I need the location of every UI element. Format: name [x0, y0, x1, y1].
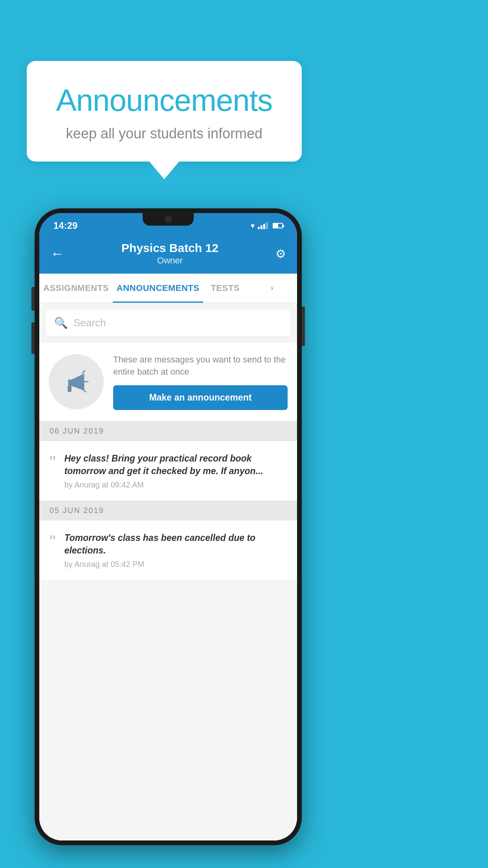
search-bar[interactable]: 🔍 Search: [46, 309, 291, 337]
announcement-meta-2: by Anurag at 05:42 PM: [64, 560, 287, 569]
status-time: 14:29: [53, 220, 77, 231]
wifi-icon: ▾: [251, 221, 255, 230]
announcement-item-2[interactable]: " Tomorrow's class has been cancelled du…: [39, 520, 297, 580]
quote-icon-1: ": [50, 454, 56, 471]
date-separator-1: 06 JUN 2019: [39, 421, 297, 441]
signal-bars: [258, 222, 268, 229]
svg-rect-3: [68, 386, 72, 392]
search-placeholder: Search: [73, 317, 106, 329]
phone-power-button: [302, 307, 305, 346]
app-header: ← Physics Batch 12 Owner ⚙: [39, 236, 297, 274]
announcement-item-1[interactable]: " Hey class! Bring your practical record…: [39, 441, 297, 500]
promo-content: These are messages you want to send to t…: [113, 354, 288, 410]
phone-volume-up-button: [31, 287, 35, 311]
speech-bubble-card: Announcements keep all your students inf…: [27, 61, 302, 179]
signal-bar-1: [258, 227, 260, 229]
phone-screen: 14:29 ▾: [39, 213, 297, 840]
announcement-icon-circle: [49, 354, 104, 409]
date-separator-2: 05 JUN 2019: [39, 500, 297, 520]
speech-bubble: Announcements keep all your students inf…: [27, 61, 302, 162]
tab-announcements[interactable]: ANNOUNCEMENTS: [113, 274, 204, 303]
tab-tests[interactable]: TESTS: [203, 274, 247, 303]
signal-bar-4: [266, 222, 268, 229]
announcement-content-2: Tomorrow's class has been cancelled due …: [64, 531, 287, 569]
make-announcement-button[interactable]: Make an announcement: [113, 385, 288, 410]
phone-camera: [165, 216, 172, 223]
tab-more[interactable]: ›: [247, 274, 297, 303]
phone-notch: [143, 213, 194, 226]
settings-button[interactable]: ⚙: [275, 247, 286, 261]
svg-line-2: [83, 390, 86, 392]
announcement-text-1: Hey class! Bring your practical record b…: [64, 452, 287, 477]
batch-subtitle: Owner: [121, 256, 218, 266]
search-icon: 🔍: [54, 316, 68, 329]
status-icons: ▾: [251, 221, 283, 230]
speech-bubble-subtitle: keep all your students informed: [50, 125, 278, 142]
promo-card: These are messages you want to send to t…: [39, 343, 297, 421]
announcement-meta-1: by Anurag at 09:42 AM: [64, 480, 287, 489]
signal-bar-3: [263, 224, 265, 229]
phone-mockup: 14:29 ▾: [35, 208, 302, 845]
content-area: 🔍 Search: [39, 303, 297, 840]
batch-title: Physics Batch 12: [121, 241, 218, 255]
tab-assignments[interactable]: ASSIGNMENTS: [39, 274, 113, 303]
phone-volume-down-button: [31, 322, 35, 354]
signal-bar-2: [261, 225, 262, 229]
phone-outer: 14:29 ▾: [35, 208, 302, 845]
battery-icon: [273, 223, 283, 228]
announcement-text-2: Tomorrow's class has been cancelled due …: [64, 531, 287, 557]
battery-fill: [273, 224, 278, 228]
tabs-container: ASSIGNMENTS ANNOUNCEMENTS TESTS ›: [39, 274, 297, 303]
megaphone-icon: [61, 366, 92, 397]
announcement-content-1: Hey class! Bring your practical record b…: [64, 452, 287, 489]
header-title-container: Physics Batch 12 Owner: [121, 241, 218, 266]
speech-bubble-arrow: [149, 162, 179, 179]
speech-bubble-title: Announcements: [50, 83, 278, 118]
svg-line-0: [83, 371, 85, 373]
promo-description: These are messages you want to send to t…: [113, 354, 288, 378]
back-button[interactable]: ←: [50, 245, 64, 262]
quote-icon-2: ": [50, 533, 56, 550]
